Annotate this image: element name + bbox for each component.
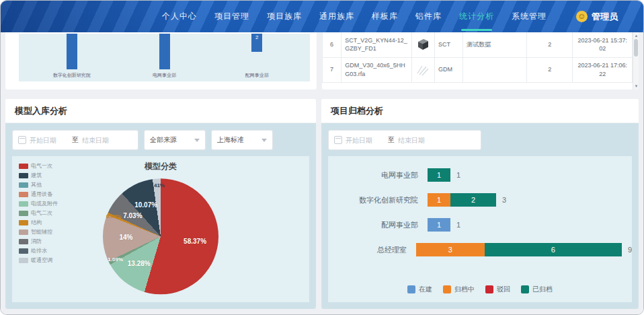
start-date-input[interactable] bbox=[346, 137, 385, 144]
pie-chart-area: 模型分类 电气一次建筑其他通用设备电缆及附件电气二次结构智能辅控消防给排水暖通空… bbox=[12, 156, 309, 302]
bar-category-label: 电网事业部 bbox=[153, 72, 176, 79]
legend-item[interactable]: 暖通空调 bbox=[19, 256, 58, 264]
bar-segment-已归档[interactable]: 6 bbox=[485, 243, 622, 256]
source-select[interactable]: 全部来源 bbox=[144, 130, 206, 150]
legend-label: 结构 bbox=[31, 219, 42, 226]
panel-title: 项目归档分析 bbox=[321, 99, 639, 123]
nav-item[interactable]: 铝件库 bbox=[415, 1, 442, 32]
nav-item[interactable]: 样板库 bbox=[372, 1, 398, 32]
cell-description: 测试数据 bbox=[463, 32, 527, 57]
calendar-icon bbox=[334, 136, 342, 144]
legend-item[interactable]: 结构 bbox=[19, 219, 58, 226]
legend-label: 建筑 bbox=[31, 172, 42, 179]
start-date-input[interactable] bbox=[30, 137, 69, 144]
legend-item[interactable]: 其他 bbox=[19, 181, 58, 188]
cell-time: 2023-06-21 17:06:22 bbox=[573, 57, 633, 82]
legend-color-chip bbox=[19, 164, 28, 169]
cell-count: 2 bbox=[526, 32, 572, 57]
legend-label: 通用设备 bbox=[31, 190, 52, 198]
bar[interactable] bbox=[159, 34, 170, 69]
pie-slice-label: 0.78% bbox=[106, 213, 122, 219]
legend-color-chip bbox=[19, 239, 28, 244]
legend-item[interactable]: 驳回 bbox=[485, 285, 510, 294]
stacked-bar: 1 bbox=[428, 218, 450, 232]
stacked-bar: 1 bbox=[428, 168, 450, 182]
legend-item[interactable]: 电气二次 bbox=[19, 209, 58, 217]
legend-item[interactable]: 消防 bbox=[19, 238, 58, 245]
legend-color-chip bbox=[19, 192, 28, 197]
legend-item[interactable]: 归档中 bbox=[443, 285, 475, 294]
legend-item[interactable]: 电缆及附件 bbox=[19, 200, 58, 207]
scroll-up-icon[interactable]: ▲ bbox=[634, 33, 639, 38]
standard-select[interactable]: 上海标准 bbox=[211, 130, 273, 150]
pie-slice-label: 7.03% bbox=[123, 212, 142, 219]
archive-legend: 在建归档中驳回已归档 bbox=[328, 285, 632, 294]
legend-label: 驳回 bbox=[497, 285, 510, 294]
archive-bar-row: 总经理室369 bbox=[328, 243, 632, 256]
panel-title: 模型入库分析 bbox=[5, 99, 316, 123]
cell-name: GDM_V30_40x6_5HHG03.rfa bbox=[341, 57, 412, 82]
table-row[interactable]: 6SCT_V2G_KYN44-12_GZBY_FD1SCT测试数据22023-0… bbox=[323, 32, 633, 57]
legend-color-chip bbox=[443, 285, 451, 293]
bar-segment-已归档[interactable]: 2 bbox=[450, 193, 496, 207]
bar[interactable] bbox=[67, 34, 77, 69]
pie-chart: 58.37%13.28%1.09%14%0.78%7.03%10.07%2.41… bbox=[103, 178, 218, 294]
nav-item[interactable]: 项目族库 bbox=[267, 1, 302, 32]
stacked-bar-chart-area: 电网事业部11数字化创新研究院123配网事业部11总经理室369 在建归档中驳回… bbox=[328, 156, 632, 302]
nav-item[interactable]: 个人中心 bbox=[162, 1, 197, 32]
legend-item[interactable]: 已归档 bbox=[521, 285, 553, 294]
legend-item[interactable]: 通用设备 bbox=[19, 190, 58, 198]
bar-category-label: 数字化创新研究院 bbox=[328, 195, 428, 205]
department-bar-panel: 数字化创新研究院电网事业部2配网事业部 bbox=[5, 32, 317, 90]
scroll-down-icon[interactable]: ▼ bbox=[634, 83, 639, 89]
bar-segment-已归档[interactable]: 1 bbox=[428, 168, 450, 182]
table-row[interactable]: 7GDM_V30_40x6_5HHG03.rfaGDM22023-06-21 1… bbox=[323, 57, 633, 82]
legend-label: 智能辅控 bbox=[31, 228, 52, 236]
user-badge[interactable]: ☺ 管理员 bbox=[576, 1, 618, 32]
nav-item[interactable]: 项目管理 bbox=[214, 1, 249, 32]
bar-segment-在建[interactable]: 1 bbox=[428, 218, 450, 232]
bar[interactable]: 2 bbox=[251, 34, 262, 52]
legend-label: 已归档 bbox=[532, 285, 553, 294]
end-date-input[interactable] bbox=[82, 137, 121, 144]
cell-type: GDM bbox=[435, 57, 463, 82]
model-table-panel: 6SCT_V2G_KYN44-12_GZBY_FD1SCT测试数据22023-0… bbox=[322, 32, 639, 90]
app-window: 个人中心项目管理项目族库通用族库样板库铝件库统计分析系统管理 ☺ 管理员 数字化… bbox=[0, 0, 644, 315]
cell-name: SCT_V2G_KYN44-12_GZBY_FD1 bbox=[341, 32, 412, 57]
scrollbar-thumb[interactable] bbox=[634, 39, 638, 57]
bar-category-label: 总经理室 bbox=[328, 245, 416, 255]
bar-category-label: 电网事业部 bbox=[328, 170, 428, 180]
table-scrollbar[interactable]: ▲ ▼ bbox=[633, 32, 639, 90]
cell-description bbox=[463, 57, 527, 82]
nav-item[interactable]: 统计分析 bbox=[459, 1, 494, 32]
model-analysis-panel: 模型入库分析 至 全部来源 bbox=[5, 99, 316, 309]
bar-value-label: 2 bbox=[251, 34, 262, 40]
bar-total-label: 1 bbox=[456, 221, 460, 229]
date-to-label: 至 bbox=[72, 135, 79, 145]
cell-index: 7 bbox=[323, 57, 341, 82]
calendar-icon bbox=[18, 136, 26, 144]
legend-label: 电气一次 bbox=[31, 162, 52, 170]
legend-item[interactable]: 建筑 bbox=[19, 172, 58, 179]
legend-item[interactable]: 智能辅控 bbox=[19, 228, 58, 236]
legend-item[interactable]: 电气一次 bbox=[19, 162, 58, 170]
bar-category-label: 配网事业部 bbox=[245, 72, 269, 79]
cell-count: 2 bbox=[526, 57, 572, 82]
end-date-input[interactable] bbox=[398, 137, 437, 144]
bar-total-label: 3 bbox=[502, 196, 506, 204]
date-range-picker[interactable]: 至 bbox=[328, 130, 481, 150]
legend-color-chip bbox=[19, 182, 28, 188]
nav-item[interactable]: 通用族库 bbox=[319, 1, 354, 32]
legend-color-chip bbox=[19, 173, 28, 178]
legend-item[interactable]: 在建 bbox=[407, 285, 432, 294]
legend-item[interactable]: 给排水 bbox=[19, 247, 58, 254]
user-avatar-icon: ☺ bbox=[576, 11, 588, 22]
legend-label: 归档中 bbox=[454, 285, 475, 294]
date-range-picker[interactable]: 至 bbox=[12, 130, 138, 150]
nav-item[interactable]: 系统管理 bbox=[512, 1, 547, 32]
bar-segment-归档中[interactable]: 1 bbox=[428, 193, 450, 207]
main-nav: 个人中心项目管理项目族库通用族库样板库铝件库统计分析系统管理 bbox=[162, 1, 547, 32]
bar-column: 2配网事业部 bbox=[216, 34, 297, 81]
model-table: 6SCT_V2G_KYN44-12_GZBY_FD1SCT测试数据22023-0… bbox=[322, 32, 633, 83]
bar-segment-归档中[interactable]: 3 bbox=[416, 243, 485, 256]
